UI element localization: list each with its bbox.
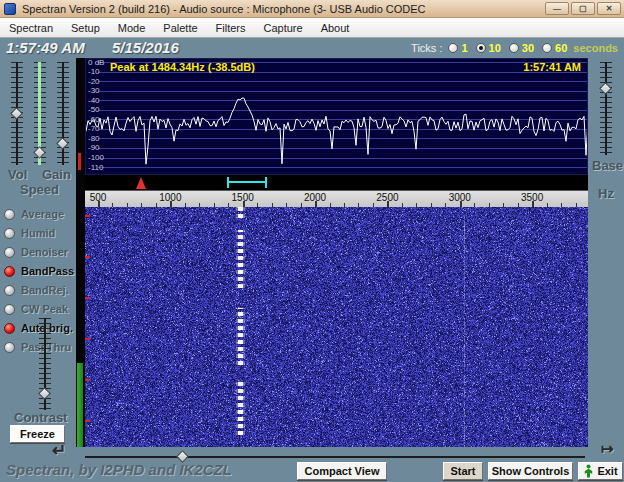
marker-strip[interactable] xyxy=(85,175,588,190)
db-axis-label: -20 xyxy=(88,78,100,86)
ticks-unit-label: seconds xyxy=(573,42,618,54)
contrast-slider-thumb[interactable] xyxy=(40,389,49,398)
maximize-button[interactable]: ▢ xyxy=(571,2,595,15)
progress-green-bar xyxy=(77,363,83,447)
led-indicator-icon[interactable] xyxy=(4,304,15,315)
tick-value-label: 10 xyxy=(489,42,501,54)
app-icon xyxy=(4,3,16,15)
vol-label: Vol xyxy=(8,167,27,182)
tick-radio-10[interactable]: 10 xyxy=(476,42,501,54)
app-area: 1:57:49 AM 5/15/2016 Ticks : 1103060 sec… xyxy=(0,38,624,482)
base-slider[interactable] xyxy=(599,62,613,155)
tick-radio-60[interactable]: 60 xyxy=(542,42,567,54)
led-indicator-icon[interactable] xyxy=(4,285,15,296)
led-option-label: Average xyxy=(21,208,64,220)
gain-slider-thumb[interactable] xyxy=(58,139,67,148)
vol-slider[interactable] xyxy=(10,62,24,165)
led-indicator-icon[interactable] xyxy=(4,228,15,239)
menu-item-filters[interactable]: Filters xyxy=(207,18,255,38)
speed-slider[interactable] xyxy=(33,62,47,165)
spectran-window: Spectran Version 2 (build 216) - Audio s… xyxy=(0,0,624,482)
frequency-offset-thumb[interactable] xyxy=(178,452,187,461)
led-option-bandrej[interactable]: BandRej. xyxy=(4,282,69,298)
frequency-offset-track xyxy=(85,456,585,458)
peak-readout: Peak at 1484.34Hz (-38.5dB) xyxy=(110,61,255,73)
led-option-cw-peak[interactable]: CW Peak xyxy=(4,301,68,317)
menu-item-about[interactable]: About xyxy=(312,18,359,38)
menu-item-capture[interactable]: Capture xyxy=(255,18,312,38)
led-indicator-icon[interactable] xyxy=(4,247,15,258)
led-indicator-icon[interactable] xyxy=(4,323,15,334)
led-option-bandpass[interactable]: BandPass xyxy=(4,263,74,279)
menu-bar: SpectranSetupModePaletteFiltersCaptureAb… xyxy=(0,18,624,38)
show-controls-button[interactable]: Show Controls xyxy=(488,462,573,480)
ticks-options: 1103060 xyxy=(448,42,567,54)
led-option-label: Denoiser xyxy=(21,246,68,258)
compact-view-button[interactable]: Compact View xyxy=(297,462,387,480)
gain-label: Gain xyxy=(42,167,71,182)
led-indicator-icon[interactable] xyxy=(4,209,15,220)
led-option-label: CW Peak xyxy=(21,303,68,315)
db-axis-label: -30 xyxy=(88,87,100,95)
spectrum-timestamp: 1:57:41 AM xyxy=(523,61,581,73)
tick-value-label: 1 xyxy=(461,42,467,54)
bandpass-range-icon[interactable] xyxy=(227,177,267,188)
current-date: 5/15/2016 xyxy=(112,39,179,56)
shift-left-icon[interactable]: ↵ xyxy=(52,440,66,461)
frequency-marker-icon[interactable] xyxy=(136,177,146,189)
contrast-slider[interactable] xyxy=(38,318,52,410)
radio-icon[interactable] xyxy=(542,43,552,53)
radio-icon[interactable] xyxy=(448,43,458,53)
minimize-button[interactable]: — xyxy=(545,2,569,15)
frequency-scale: 500100015002000250030003500 xyxy=(85,190,588,207)
db-axis-label: -10 xyxy=(88,68,100,76)
db-axis-label: -70 xyxy=(88,125,100,133)
db-axis-label: -40 xyxy=(88,97,100,105)
title-bar: Spectran Version 2 (build 216) - Audio s… xyxy=(0,0,624,18)
tick-radio-30[interactable]: 30 xyxy=(509,42,534,54)
menu-item-mode[interactable]: Mode xyxy=(109,18,155,38)
led-option-label: Humid xyxy=(21,227,55,239)
menu-item-spectran[interactable]: Spectran xyxy=(0,18,62,38)
led-indicator-icon[interactable] xyxy=(4,342,15,353)
menu-item-palette[interactable]: Palette xyxy=(154,18,206,38)
start-button[interactable]: Start xyxy=(443,462,483,480)
db-axis-label: -50 xyxy=(88,106,100,114)
radio-icon[interactable] xyxy=(476,43,486,53)
close-button[interactable]: ✕ xyxy=(597,2,621,15)
exit-button[interactable]: Exit xyxy=(578,462,623,480)
led-option-denoiser[interactable]: Denoiser xyxy=(4,244,68,260)
base-label: Base xyxy=(592,158,623,173)
ticks-label: Ticks : xyxy=(411,42,442,54)
tick-value-label: 60 xyxy=(555,42,567,54)
db-axis-label: -90 xyxy=(88,144,100,152)
speed-slider-thumb[interactable] xyxy=(35,148,44,157)
exit-button-label: Exit xyxy=(597,463,617,479)
led-option-average[interactable]: Average xyxy=(4,206,64,222)
gain-slider[interactable] xyxy=(56,62,70,165)
db-axis-label: -100 xyxy=(88,154,104,162)
speed-label: Speed xyxy=(20,182,59,197)
radio-icon[interactable] xyxy=(509,43,519,53)
led-option-label: BandPass xyxy=(21,265,74,277)
exit-person-icon xyxy=(583,464,594,478)
vol-slider-thumb[interactable] xyxy=(12,109,21,118)
display-left-strip xyxy=(76,58,85,447)
db-axis-label: -110 xyxy=(88,164,103,172)
led-indicator-icon[interactable] xyxy=(4,266,15,277)
contrast-label: Contrast xyxy=(14,410,67,425)
spectrum-panel: Peak at 1484.34Hz (-38.5dB) 1:57:41 AM 0… xyxy=(85,58,588,175)
led-option-humid[interactable]: Humid xyxy=(4,225,55,241)
menu-item-setup[interactable]: Setup xyxy=(62,18,109,38)
shift-right-icon[interactable]: ↦ xyxy=(601,440,614,458)
credit-text: Spectran, by I2PHD and IK2CZL xyxy=(6,461,232,478)
level-red-mark xyxy=(78,153,81,170)
spectrum-trace xyxy=(86,59,588,175)
window-title: Spectran Version 2 (build 216) - Audio s… xyxy=(22,3,426,15)
tick-value-label: 30 xyxy=(522,42,534,54)
window-controls: — ▢ ✕ xyxy=(545,2,621,15)
current-time: 1:57:49 AM xyxy=(6,39,85,56)
tick-radio-1[interactable]: 1 xyxy=(448,42,467,54)
base-slider-track xyxy=(605,62,607,155)
base-slider-thumb[interactable] xyxy=(601,84,610,93)
